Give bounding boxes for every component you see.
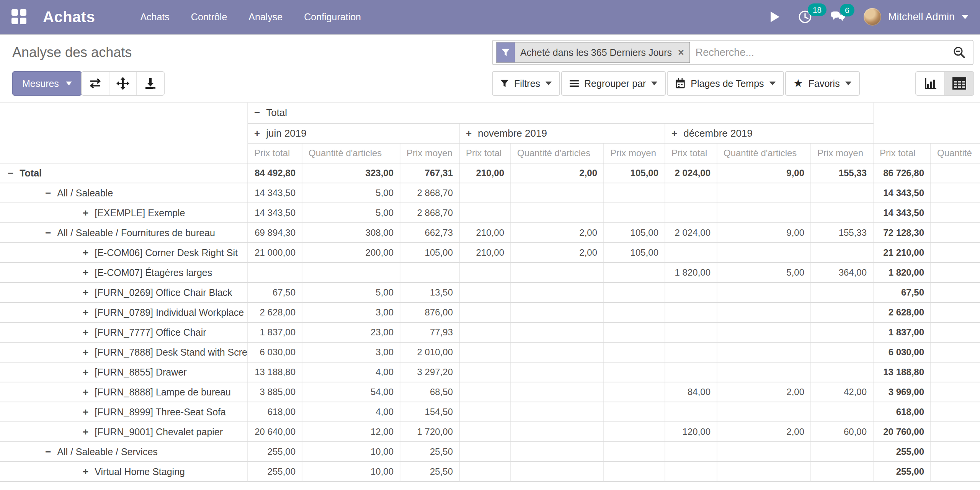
row-header[interactable]: +[EXEMPLE] Exemple xyxy=(0,203,248,223)
expand-icon[interactable]: + xyxy=(466,127,472,139)
table-row: +[FURN_0269] Office Chair Black67,505,00… xyxy=(0,283,980,302)
expand-icon[interactable]: + xyxy=(83,406,88,418)
expand-icon[interactable]: + xyxy=(83,207,88,219)
pivot-cell xyxy=(604,442,665,462)
expand-icon[interactable]: + xyxy=(83,327,88,338)
table-row: −All / Saleable14 343,505,002 868,7014 3… xyxy=(0,183,980,203)
measure-header[interactable]: Prix moyen xyxy=(811,143,873,163)
row-header[interactable]: +[FURN_7888] Desk Stand with Screen xyxy=(0,342,248,362)
pivot-cell: 13,50 xyxy=(400,283,459,302)
expand-icon[interactable]: + xyxy=(83,466,88,477)
pivot-view-button[interactable] xyxy=(944,72,973,95)
collapse-icon[interactable]: − xyxy=(45,187,51,199)
timeranges-button[interactable]: Plages de Temps xyxy=(667,71,784,96)
expand-icon[interactable]: + xyxy=(83,366,88,378)
expand-icon[interactable]: + xyxy=(83,307,88,318)
pivot-cell xyxy=(717,402,811,422)
col-total-header[interactable]: −Total xyxy=(248,103,873,123)
pivot-cell: 1 837,00 xyxy=(873,322,931,342)
expand-icon[interactable]: + xyxy=(83,247,88,258)
measures-button[interactable]: Mesures xyxy=(12,71,82,96)
groupby-button[interactable]: Regrouper par xyxy=(561,71,666,96)
row-header[interactable]: +[FURN_8999] Three-Seat Sofa xyxy=(0,402,248,422)
view-switcher xyxy=(915,71,974,96)
expand-icon[interactable]: + xyxy=(83,267,88,278)
pivot-cell xyxy=(511,302,604,322)
measure-header-total[interactable]: Prix total xyxy=(873,143,931,163)
collapse-icon[interactable]: − xyxy=(45,227,51,238)
measure-header[interactable]: Quantité d'articles xyxy=(302,143,400,163)
user-menu[interactable]: Mitchell Admin xyxy=(864,8,969,26)
row-header[interactable]: +[E-COM07] Étagères larges xyxy=(0,263,248,283)
measure-header-total[interactable]: Quantité xyxy=(931,143,980,163)
row-header[interactable]: +[FURN_7777] Office Chair xyxy=(0,322,248,342)
measure-header[interactable]: Prix total xyxy=(665,143,717,163)
expand-icon[interactable]: + xyxy=(83,426,88,438)
messages-button[interactable]: 6 xyxy=(830,10,846,24)
row-header[interactable]: −Total xyxy=(0,163,248,183)
favorites-button[interactable]: ★ Favoris xyxy=(785,71,860,96)
pivot-cell: 105,00 xyxy=(604,223,665,243)
measure-header[interactable]: Prix moyen xyxy=(604,143,665,163)
expand-icon[interactable]: + xyxy=(254,127,260,139)
row-header[interactable]: +[FURN_9001] Chevalet papier xyxy=(0,422,248,442)
row-header[interactable]: +[E-COM06] Corner Desk Right Sit xyxy=(0,243,248,263)
collapse-icon[interactable]: − xyxy=(254,107,260,118)
row-header[interactable]: −All / Saleable xyxy=(0,183,248,203)
table-row: +Virtual Home Staging255,0010,0025,50255… xyxy=(0,462,980,482)
measure-header[interactable]: Prix moyen xyxy=(400,143,459,163)
row-header[interactable]: +[FURN_0269] Office Chair Black xyxy=(0,283,248,302)
expand-icon[interactable]: + xyxy=(671,127,677,139)
menu-configuration[interactable]: Configuration xyxy=(304,11,361,23)
row-header[interactable]: −All / Saleable / Services xyxy=(0,442,248,462)
menu-analyse[interactable]: Analyse xyxy=(248,11,283,23)
expand-icon[interactable]: + xyxy=(83,386,88,398)
pivot-cell xyxy=(665,302,717,322)
expand-icon[interactable]: + xyxy=(83,287,88,298)
measure-header[interactable]: Quantité d'articles xyxy=(717,143,811,163)
pivot-cell xyxy=(604,263,665,283)
table-row: +[FURN_0789] Individual Workplace2 628,0… xyxy=(0,302,980,322)
measure-header[interactable]: Prix total xyxy=(459,143,511,163)
search-input[interactable] xyxy=(690,46,953,59)
page-title: Analyse des achats xyxy=(12,44,132,60)
col-group-juin-2019[interactable]: +juin 2019 xyxy=(248,123,459,143)
measure-header[interactable]: Quantité d'articles xyxy=(511,143,604,163)
row-header[interactable]: +[FURN_0789] Individual Workplace xyxy=(0,302,248,322)
pivot-cell: 662,73 xyxy=(400,223,459,243)
graph-view-button[interactable] xyxy=(916,72,944,95)
menu-controle[interactable]: Contrôle xyxy=(191,11,227,23)
menu-achats[interactable]: Achats xyxy=(140,11,169,23)
pivot-cell xyxy=(811,442,873,462)
row-header[interactable]: −All / Saleable / Fournitures de bureau xyxy=(0,223,248,243)
row-header[interactable]: +[FURN_8888] Lampe de bureau xyxy=(0,382,248,402)
expand-icon[interactable]: + xyxy=(83,346,88,358)
col-group-decembre-2019[interactable]: +décembre 2019 xyxy=(665,123,873,143)
search-icon[interactable] xyxy=(953,46,966,59)
row-label: [FURN_0269] Office Chair Black xyxy=(95,287,232,298)
collapse-icon[interactable]: − xyxy=(45,446,51,457)
play-icon[interactable] xyxy=(770,11,780,23)
app-brand[interactable]: Achats xyxy=(43,8,95,26)
row-label: [FURN_8888] Lampe de bureau xyxy=(95,387,231,397)
activities-button[interactable]: 18 xyxy=(798,10,812,24)
row-header[interactable]: +Virtual Home Staging xyxy=(0,462,248,482)
apps-grid-icon[interactable] xyxy=(11,9,27,24)
download-button[interactable] xyxy=(137,72,164,95)
pivot-cell: 77,93 xyxy=(400,322,459,342)
facet-close-icon[interactable]: × xyxy=(677,42,689,62)
row-header[interactable]: +[FURN_8855] Drawer xyxy=(0,362,248,382)
pivot-cell: 14 343,50 xyxy=(248,203,302,223)
pivot-cell xyxy=(459,362,511,382)
flip-axis-button[interactable] xyxy=(82,72,109,95)
search-bar[interactable]: Acheté dans les 365 Derniers Jours × xyxy=(492,40,973,65)
pivot-cell-clipped xyxy=(931,442,980,462)
measure-header[interactable]: Prix total xyxy=(248,143,302,163)
expand-all-button[interactable] xyxy=(109,72,137,95)
col-group-novembre-2019[interactable]: +novembre 2019 xyxy=(459,123,665,143)
search-facet: Acheté dans les 365 Derniers Jours × xyxy=(496,42,690,63)
list-icon xyxy=(570,80,579,87)
collapse-icon[interactable]: − xyxy=(8,167,13,179)
filters-button[interactable]: Filtres xyxy=(492,71,560,96)
pivot-cell: 210,00 xyxy=(459,223,511,243)
